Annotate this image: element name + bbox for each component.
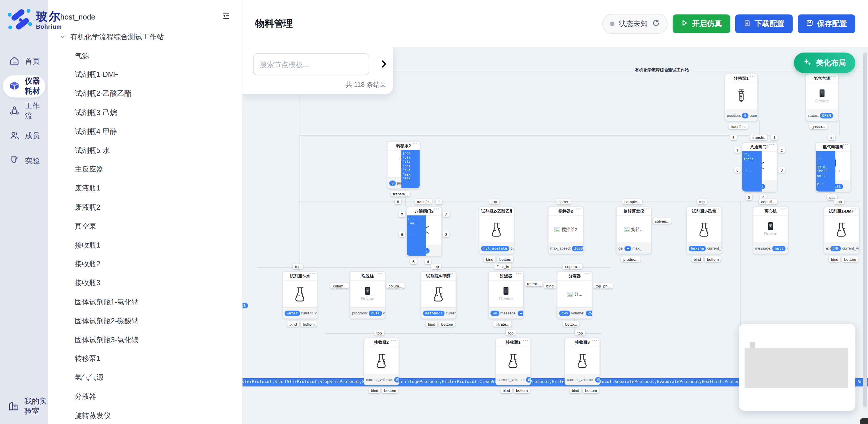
- port-transfe...[interactable]: transfe...: [391, 191, 410, 196]
- tree-item[interactable]: 试剂瓶4-甲醇: [48, 122, 242, 141]
- port-bind[interactable]: bind: [544, 283, 556, 288]
- port-2[interactable]: 2: [443, 211, 450, 217]
- node-menu-icon[interactable]: •••: [769, 143, 775, 147]
- port-bottom[interactable]: bottom: [497, 256, 514, 262]
- node-转移泵2[interactable]: 转移泵2•••0pump_info:{'de 'vir 'sta 'pos 'c…: [387, 141, 420, 189]
- node-menu-icon[interactable]: •••: [310, 272, 315, 276]
- tree-item[interactable]: 固体试剂瓶1-氯化钠: [48, 293, 242, 311]
- port-top[interactable]: top: [834, 199, 844, 204]
- port-8[interactable]: 8: [395, 199, 401, 204]
- beautify-layout-button[interactable]: 美化布局: [794, 53, 855, 73]
- sidebar-item-workflow[interactable]: 工作流: [3, 100, 45, 122]
- port-1[interactable]: 1: [771, 134, 778, 140]
- tree-item[interactable]: 试剂瓶3-己烷: [48, 103, 242, 122]
- node-menu-icon[interactable]: •••: [516, 272, 522, 276]
- node-menu-icon[interactable]: •••: [412, 142, 418, 146]
- node-试剂瓶3-己烷[interactable]: 试剂瓶3-己烷•••hexanecurrent_vtopbindbottom: [686, 207, 722, 254]
- port-in[interactable]: in: [828, 134, 836, 140]
- node-试剂瓶2-乙酸乙酯[interactable]: 试剂瓶2-乙酸乙酯•••hyl_acetatecurretopbindbotto…: [479, 207, 514, 254]
- port-bind[interactable]: bind: [829, 256, 840, 262]
- port-2[interactable]: 2: [778, 147, 785, 153]
- save-config-button[interactable]: 保存配置: [798, 14, 856, 33]
- tree-item[interactable]: 废液瓶1: [48, 179, 242, 198]
- sidebar-item-experiment[interactable]: 实验: [3, 150, 45, 172]
- port-1[interactable]: 1: [436, 199, 442, 204]
- tree-item[interactable]: 固体试剂瓶3-氯化镁: [48, 331, 242, 350]
- port-botto...[interactable]: botto...: [563, 321, 580, 327]
- port-bind[interactable]: bind: [426, 321, 437, 327]
- node-八通阀门1[interactable]: 八通阀门1•••status:Idr', ion': ' .8transfe.1…: [742, 142, 777, 192]
- port-top[interactable]: top: [506, 330, 516, 335]
- port-bind[interactable]: bind: [500, 388, 512, 393]
- port-bottom[interactable]: bottom: [439, 321, 455, 327]
- port-3[interactable]: 3: [443, 232, 450, 237]
- tree-item[interactable]: 接收瓶1: [48, 236, 242, 255]
- node-接收瓶3[interactable]: 接收瓶3•••current_volume:0topbindbottom: [564, 338, 600, 385]
- port-filtrate...[interactable]: filtrate...: [493, 321, 512, 327]
- node-menu-icon[interactable]: •••: [750, 74, 755, 78]
- sidebar-item-instruments[interactable]: 仪器耗材: [3, 75, 45, 97]
- port-bottom[interactable]: bottom: [842, 256, 858, 262]
- port-retent...[interactable]: retent...: [525, 280, 542, 286]
- node-menu-icon[interactable]: •••: [831, 74, 836, 78]
- node-menu-icon[interactable]: •••: [506, 207, 512, 211]
- tree-item[interactable]: 主反应器: [48, 160, 242, 179]
- port-gasso...[interactable]: gasso...: [809, 123, 828, 129]
- node-接收瓶1[interactable]: 接收瓶1•••current_volume:0topbindbottom: [495, 338, 531, 385]
- search-submit-chevron-icon[interactable]: [381, 60, 387, 70]
- port-transfe...[interactable]: transfe...: [728, 123, 748, 129]
- node-menu-icon[interactable]: •••: [523, 338, 529, 342]
- port-5[interactable]: 5: [746, 194, 752, 200]
- node-过滤器[interactable]: 过滤器•••Devicewnmessage:▬mafilter_inretent…: [488, 271, 524, 319]
- port-5[interactable]: 5: [410, 259, 417, 264]
- port-6[interactable]: 6: [734, 167, 741, 173]
- minimap-viewport[interactable]: [745, 348, 848, 388]
- tree-item[interactable]: 试剂瓶1-DMF: [48, 65, 242, 84]
- port-colum...[interactable]: colum...: [331, 283, 349, 288]
- port-bottom[interactable]: bottom: [705, 256, 721, 262]
- port-sample...[interactable]: sample...: [622, 199, 642, 204]
- port-6[interactable]: 6: [399, 232, 405, 237]
- port-top[interactable]: top: [431, 264, 441, 269]
- port-bind[interactable]: bind: [691, 256, 703, 262]
- node-menu-icon[interactable]: •••: [434, 207, 439, 211]
- node-八通阀门2[interactable]: 八通阀门2•••status:nur', ion': ' .8transfe.1…: [406, 207, 442, 256]
- tree-item[interactable]: 接收瓶2: [48, 255, 242, 274]
- node-氢气气源[interactable]: 氢气气源•••Devicestatus:OPENgasso...: [805, 74, 839, 121]
- port-7[interactable]: 7: [399, 211, 405, 217]
- node-menu-icon[interactable]: •••: [714, 207, 720, 211]
- sidebar-item-members[interactable]: 成员: [3, 125, 45, 147]
- port-top_ph...[interactable]: top_ph...: [593, 283, 613, 288]
- status-pill[interactable]: 状态未知: [602, 14, 668, 34]
- node-menu-icon[interactable]: •••: [592, 338, 598, 342]
- port-bind[interactable]: bind: [484, 256, 496, 262]
- port-separa...[interactable]: separa...: [563, 264, 583, 269]
- node-试剂瓶5-水[interactable]: 试剂瓶5-水•••watercurrent_vtopbindbottom: [282, 271, 318, 319]
- collapse-panel-icon[interactable]: [221, 11, 231, 22]
- node-试剂瓶4-甲醇[interactable]: 试剂瓶4-甲醇•••methanolcurrent_topbindbottom: [421, 271, 456, 319]
- node-旋转蒸发仪[interactable]: 旋转蒸发仪•••旋转...ge:▬max_sample...solven...p…: [616, 207, 652, 254]
- brand-logo[interactable]: 玻尔 Bohrium: [7, 9, 62, 31]
- tree-item[interactable]: 转移泵1: [48, 350, 242, 368]
- port-stirrer[interactable]: stirrer: [557, 199, 571, 204]
- tree-item[interactable]: 试剂瓶5-水: [48, 141, 242, 160]
- node-分液器[interactable]: 分液器•••分...ownvolume:250separa...bindtop_…: [557, 271, 592, 319]
- node-搅拌器2[interactable]: 搅拌器2•••搅拌器2max_speed:2000stirrer: [548, 207, 584, 254]
- node-menu-icon[interactable]: •••: [851, 207, 857, 211]
- tree-item[interactable]: 固体试剂瓶2-碳酸钠: [48, 311, 242, 331]
- port-colum...[interactable]: colum...: [386, 283, 404, 288]
- node-menu-icon[interactable]: •••: [391, 338, 397, 342]
- scrollbar-thumb[interactable]: [863, 53, 867, 407]
- tree-item[interactable]: 氢气气源: [48, 368, 242, 387]
- node-离心机[interactable]: 离心机•••Devicemessage:nullmacentrif...: [753, 207, 788, 254]
- port-produc...[interactable]: produc...: [621, 256, 641, 262]
- download-config-button[interactable]: 下载配置: [735, 14, 793, 33]
- minimap[interactable]: [739, 324, 855, 411]
- port-bottom[interactable]: bottom: [382, 388, 398, 393]
- tree-item[interactable]: 接收瓶3: [48, 274, 242, 293]
- node-menu-icon[interactable]: •••: [576, 207, 581, 211]
- tree-item[interactable]: 试剂瓶2-乙酸乙酯: [48, 84, 242, 103]
- port-bind[interactable]: bind: [369, 388, 380, 393]
- tree-item[interactable]: 废液瓶2: [48, 198, 242, 217]
- port-8[interactable]: 8: [730, 134, 737, 140]
